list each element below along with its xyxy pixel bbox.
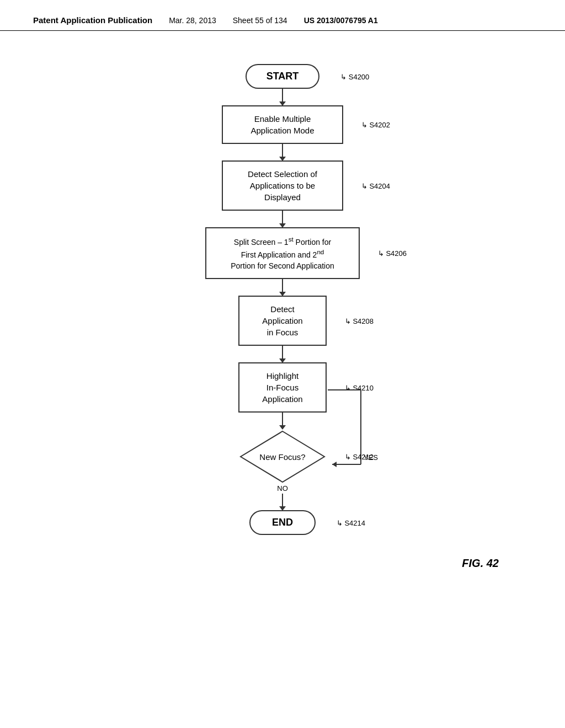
no-label: NO <box>277 484 288 493</box>
header-patent: US 2013/0076795 A1 <box>304 16 378 25</box>
s4208-shape: DetectApplicationin Focus <box>238 296 327 346</box>
s4206-shape: Split Screen – 1st Portion forFirst Appl… <box>205 227 360 279</box>
end-shape: END <box>249 510 316 535</box>
s4204-shape: Detect Selection ofApplications to beDis… <box>222 160 343 211</box>
s4212-label: ↳ S4212 <box>345 453 374 461</box>
s4212-text: New Focus? <box>259 452 305 462</box>
header-date: Mar. 28, 2013 <box>169 16 216 25</box>
s4208-node: DetectApplicationin Focus ↳ S4208 <box>238 296 327 346</box>
arrow-no: NO <box>277 484 288 510</box>
end-node: END ↳ S4214 <box>249 510 316 535</box>
figure-caption-container: FIG. 42 <box>0 557 565 570</box>
page-header: Patent Application Publication Mar. 28, … <box>0 0 565 31</box>
s4202-shape: Enable MultipleApplication Mode <box>222 105 343 144</box>
s4206-node: Split Screen – 1st Portion forFirst Appl… <box>205 227 360 279</box>
s4204-node: Detect Selection ofApplications to beDis… <box>222 160 343 211</box>
start-node: START ↳ S4200 <box>246 64 320 89</box>
s4210-label: ↳ S4210 <box>345 383 374 392</box>
s4210-shape: HighlightIn-FocusApplication <box>238 362 327 413</box>
s4200-label: ↳ S4200 <box>340 72 369 81</box>
svg-marker-3 <box>332 462 337 467</box>
arrow-4 <box>282 279 283 296</box>
arrow-5 <box>282 346 283 362</box>
s4202-node: Enable MultipleApplication Mode ↳ S4202 <box>222 105 343 144</box>
arrow-3 <box>282 211 283 227</box>
arrow-2 <box>282 144 283 160</box>
header-title: Patent Application Publication <box>33 15 152 25</box>
yes-loop-connector: YES <box>328 362 394 484</box>
start-shape: START <box>246 64 320 89</box>
s4212-node: New Focus? ↳ S4212 <box>238 429 327 484</box>
s4202-label: ↳ S4202 <box>361 121 390 129</box>
s4212-diamond: New Focus? <box>238 429 327 484</box>
s4204-label: ↳ S4204 <box>361 181 390 190</box>
s4208-label: ↳ S4208 <box>345 317 374 325</box>
s4214-label: ↳ S4214 <box>337 518 365 527</box>
s4206-label: ↳ S4206 <box>378 249 407 258</box>
arrow-1 <box>282 89 283 105</box>
arrow-6 <box>282 413 283 429</box>
s4210-container: HighlightIn-FocusApplication ↳ S4210 YES <box>238 362 327 413</box>
header-sheet: Sheet 55 of 134 <box>233 16 287 25</box>
flowchart-diagram: START ↳ S4200 Enable MultipleApplication… <box>0 31 565 570</box>
figure-caption: FIG. 42 <box>462 557 499 570</box>
